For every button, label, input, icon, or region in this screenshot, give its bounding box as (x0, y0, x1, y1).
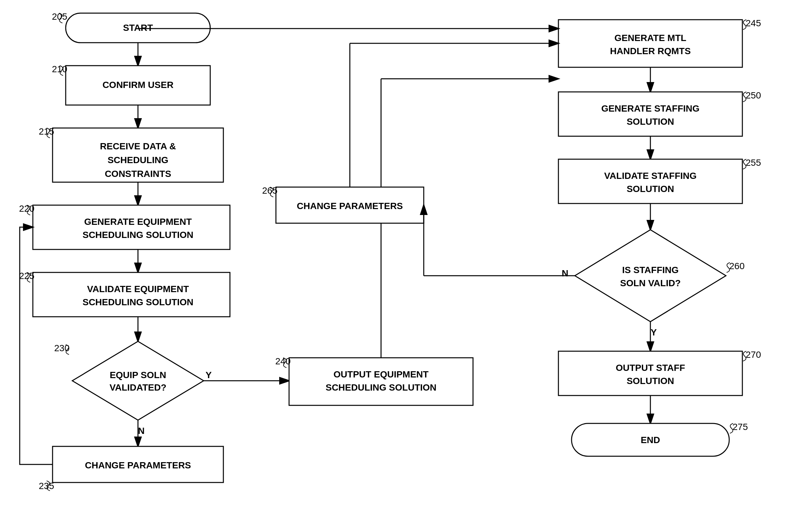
svg-marker-25 (575, 230, 726, 322)
flowchart-diagram: START 205 CONFIRM USER 210 RECEIVE DATA … (0, 0, 812, 514)
gen-staffing-label-2: SOLUTION (627, 117, 674, 127)
svg-rect-18 (558, 20, 742, 67)
receive-data-label-1: RECEIVE DATA & (100, 141, 176, 151)
step-215: 215 (39, 126, 54, 137)
svg-rect-21 (558, 92, 742, 136)
step-265: 265 (262, 185, 278, 195)
svg-marker-10 (72, 341, 204, 420)
step-225: 225 (19, 271, 34, 281)
equip-validated-label-1: EQUIP SOLN (110, 370, 166, 380)
validate-equip-label-1: VALIDATE EQUIPMENT (87, 284, 189, 294)
staffing-valid-label-2: SOLN VALID? (620, 278, 681, 288)
output-equip-label-2: SCHEDULING SOLUTION (325, 382, 437, 393)
step-240: 240 (275, 356, 291, 366)
step-250: 250 (746, 90, 761, 100)
change-params2-label: CHANGE PARAMETERS (297, 201, 403, 211)
start-label: START (123, 23, 153, 33)
step-235: 235 (39, 481, 54, 491)
svg-rect-8 (33, 272, 230, 317)
step-260: 260 (729, 261, 745, 271)
gen-equip-label-2: SCHEDULING SOLUTION (83, 230, 194, 240)
gen-staffing-label-1: GENERATE STAFFING (601, 103, 699, 114)
output-equip-label-1: OUTPUT EQUIPMENT (334, 369, 428, 380)
validate-equip-label-2: SCHEDULING SOLUTION (83, 297, 194, 307)
svg-rect-23 (558, 159, 742, 204)
n-label-equip: N (138, 426, 145, 436)
validate-staffing-label-2: SOLUTION (627, 184, 674, 194)
svg-rect-14 (289, 358, 473, 405)
output-staff-label-2: SOLUTION (627, 376, 674, 386)
validate-staffing-label-1: VALIDATE STAFFING (604, 171, 697, 181)
receive-data-label-3: CONSTRAINTS (105, 169, 171, 179)
output-staff-label-1: OUTPUT STAFF (615, 363, 685, 373)
receive-data-label-2: SCHEDULING (108, 155, 168, 165)
change-params1-label: CHANGE PARAMETERS (85, 460, 191, 470)
y-label-equip: Y (206, 370, 212, 380)
step-255: 255 (746, 157, 761, 168)
end-label: END (641, 435, 660, 445)
gen-equip-label-1: GENERATE EQUIPMENT (84, 217, 192, 227)
y-label-staffing: Y (651, 327, 657, 337)
step-245: 245 (746, 18, 761, 28)
step-210: 210 (52, 64, 67, 74)
n-label-staffing: N (562, 268, 568, 278)
gen-mtl-label-1: GENERATE MTL (615, 33, 687, 43)
step-230: 230 (54, 343, 70, 353)
equip-validated-label-2: VALIDATED? (109, 382, 166, 393)
gen-mtl-label-2: HANDLER RQMTS (610, 46, 691, 56)
confirm-user-label: CONFIRM USER (103, 80, 173, 90)
staffing-valid-label-1: IS STAFFING (622, 265, 679, 275)
svg-rect-6 (33, 205, 230, 249)
svg-rect-32 (558, 351, 742, 395)
step-270: 270 (746, 350, 761, 360)
step-275: 275 (732, 422, 748, 432)
step-220: 220 (19, 204, 34, 214)
